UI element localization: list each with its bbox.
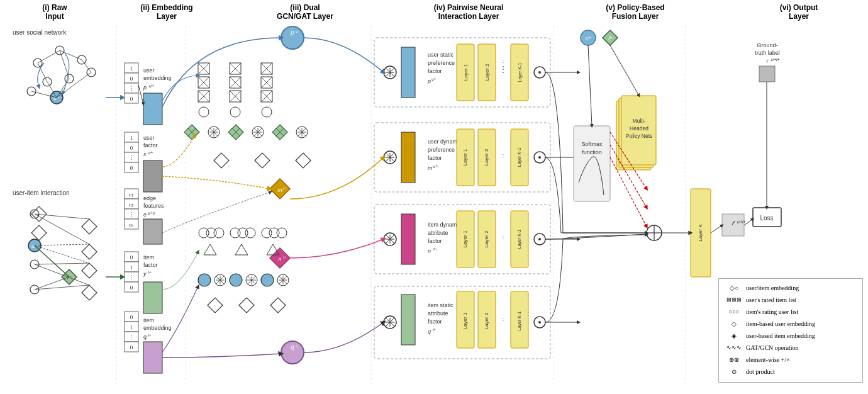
svg-line-271 bbox=[386, 235, 394, 244]
svg-line-173 bbox=[275, 128, 284, 137]
svg-rect-267 bbox=[374, 205, 550, 274]
svg-line-139 bbox=[230, 77, 241, 88]
legend-label-1: user/item embedding bbox=[746, 283, 799, 293]
svg-point-307 bbox=[534, 317, 545, 328]
svg-line-169 bbox=[254, 128, 262, 137]
svg-text:⋮: ⋮ bbox=[129, 274, 135, 281]
svg-marker-171 bbox=[272, 125, 287, 140]
svg-marker-180 bbox=[255, 153, 270, 168]
svg-line-49 bbox=[35, 245, 69, 277]
svg-rect-83 bbox=[125, 189, 138, 199]
svg-rect-345 bbox=[759, 66, 775, 82]
svg-text:truth label: truth label bbox=[755, 50, 780, 56]
svg-point-194 bbox=[262, 228, 272, 238]
svg-text:(ii) Embedding: (ii) Embedding bbox=[140, 3, 192, 12]
svg-text:m: m bbox=[428, 165, 433, 171]
svg-line-69 bbox=[138, 85, 143, 104]
svg-point-200 bbox=[198, 274, 211, 286]
svg-point-245 bbox=[538, 71, 541, 74]
svg-text:i+: i+ bbox=[148, 333, 152, 337]
svg-line-127 bbox=[198, 63, 209, 74]
svg-line-330 bbox=[610, 45, 639, 96]
svg-text:Layer 1: Layer 1 bbox=[463, 64, 469, 81]
svg-text:item: item bbox=[143, 317, 154, 324]
svg-rect-100 bbox=[125, 272, 138, 282]
svg-rect-135 bbox=[230, 63, 241, 74]
svg-line-165 bbox=[231, 128, 240, 137]
svg-text:factor: factor bbox=[428, 318, 442, 325]
legend-label-5: user-based item embedding bbox=[746, 330, 815, 341]
svg-text:factor: factor bbox=[428, 238, 442, 244]
svg-text:q: q bbox=[291, 344, 294, 351]
svg-point-289 bbox=[384, 316, 396, 329]
svg-rect-76 bbox=[125, 162, 138, 172]
svg-point-190 bbox=[214, 228, 224, 238]
svg-line-48 bbox=[35, 245, 89, 263]
svg-point-16 bbox=[43, 77, 52, 86]
svg-point-266 bbox=[538, 156, 541, 159]
svg-text:(iv) Pairwise Neural: (iv) Pairwise Neural bbox=[434, 3, 504, 12]
svg-point-43 bbox=[30, 260, 39, 269]
svg-text:⋮: ⋮ bbox=[129, 155, 135, 161]
svg-text:r̂: r̂ bbox=[732, 220, 735, 227]
svg-text:⋮: ⋮ bbox=[499, 65, 508, 74]
svg-rect-337 bbox=[722, 214, 744, 236]
svg-text:factor: factor bbox=[428, 68, 442, 74]
svg-line-51 bbox=[35, 264, 89, 285]
svg-rect-224 bbox=[374, 38, 550, 107]
svg-text:Softmax: Softmax bbox=[581, 141, 603, 147]
svg-line-152 bbox=[261, 91, 272, 102]
svg-rect-238 bbox=[478, 44, 496, 101]
svg-text:p: p bbox=[290, 29, 294, 36]
svg-line-132 bbox=[198, 91, 209, 102]
svg-point-191 bbox=[230, 228, 240, 238]
svg-marker-219 bbox=[239, 298, 254, 313]
svg-text:1: 1 bbox=[130, 135, 133, 141]
svg-line-293 bbox=[386, 318, 394, 327]
svg-rect-145 bbox=[261, 63, 272, 74]
svg-line-161 bbox=[210, 128, 218, 137]
svg-marker-185 bbox=[270, 248, 290, 268]
svg-rect-281 bbox=[478, 211, 496, 267]
svg-point-213 bbox=[277, 274, 289, 286]
svg-text:e: e bbox=[143, 211, 147, 218]
svg-text:attribute: attribute bbox=[428, 230, 448, 236]
svg-marker-36 bbox=[31, 206, 47, 222]
svg-rect-334 bbox=[691, 189, 711, 277]
svg-text:embedding: embedding bbox=[143, 325, 172, 331]
svg-text:u*↑: u*↑ bbox=[433, 164, 439, 169]
svg-text:u+i+: u+i+ bbox=[737, 220, 746, 224]
svg-text:item dynamic: item dynamic bbox=[428, 222, 462, 228]
svg-text:i+: i+ bbox=[148, 270, 152, 274]
svg-rect-128 bbox=[198, 77, 209, 88]
svg-text:0: 0 bbox=[130, 284, 133, 291]
svg-line-140 bbox=[230, 77, 241, 88]
svg-line-143 bbox=[230, 91, 241, 102]
svg-point-189 bbox=[206, 228, 216, 238]
svg-rect-288 bbox=[374, 286, 550, 359]
svg-rect-230 bbox=[401, 47, 415, 98]
svg-text:y: y bbox=[143, 271, 147, 277]
svg-line-162 bbox=[210, 128, 218, 137]
legend-icon-gat: ∿∿∿ bbox=[725, 343, 743, 352]
svg-text:Interaction Layer: Interaction Layer bbox=[438, 12, 499, 21]
svg-line-126 bbox=[198, 63, 209, 74]
svg-rect-58 bbox=[125, 73, 138, 83]
svg-rect-113 bbox=[125, 332, 138, 342]
svg-marker-199 bbox=[267, 244, 279, 255]
svg-text:Layer K-1: Layer K-1 bbox=[517, 148, 522, 167]
svg-rect-72 bbox=[125, 142, 138, 152]
svg-rect-56 bbox=[125, 63, 138, 73]
svg-point-196 bbox=[277, 228, 287, 238]
svg-line-52 bbox=[35, 285, 89, 290]
svg-point-203 bbox=[214, 274, 226, 286]
svg-text:Ground-: Ground- bbox=[757, 42, 777, 48]
legend-icon-item-user: ◇ bbox=[725, 318, 743, 329]
svg-text:p: p bbox=[427, 78, 431, 84]
svg-text:Layer: Layer bbox=[157, 12, 177, 21]
svg-marker-218 bbox=[208, 298, 223, 313]
svg-text:Loss: Loss bbox=[760, 215, 773, 222]
svg-rect-62 bbox=[125, 93, 138, 103]
svg-rect-263 bbox=[511, 129, 528, 186]
svg-line-46 bbox=[35, 214, 89, 244]
